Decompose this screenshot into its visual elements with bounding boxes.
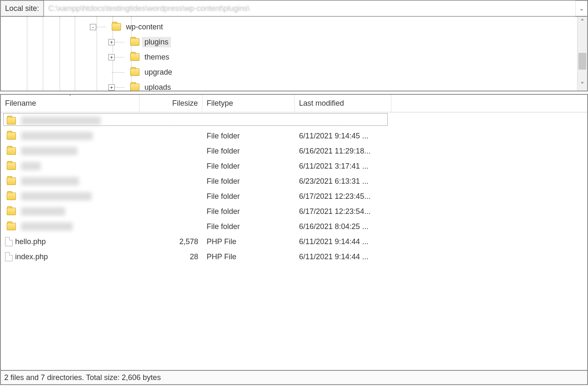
file-row[interactable]: bFile folder6/11/2021 3:17:41 ... [1,159,587,174]
file-name: index.php [15,253,48,261]
file-type: File folder [202,222,295,231]
file-name: f [21,192,92,201]
tree-item-label: plugins [142,37,171,47]
file-modified: 6/17/2021 12:23:45... [295,192,391,201]
file-type: PHP File [202,237,295,246]
directory-tree-panel: -wp-content+plugins+themesupgrade+upload… [0,17,588,91]
file-row[interactable]: bFile folder6/16/2021 11:29:18... [1,143,587,159]
file-name: .. [21,117,101,125]
file-name: v [21,222,73,231]
path-bar: Local site: ⌄ [0,0,588,17]
file-row[interactable]: cFile folder6/23/2021 6:13:31 ... [1,174,587,189]
chevron-down-icon: ˅ [580,81,584,90]
file-modified: 6/11/2021 9:14:45 ... [295,132,391,141]
folder-icon [130,38,139,46]
expand-button[interactable]: + [108,39,115,45]
tree-row[interactable]: upgrade [1,65,577,80]
column-header-filename[interactable]: Filename ˄ [1,95,139,112]
chevron-up-icon: ˄ [580,18,584,27]
tree-row[interactable]: -wp-content [1,19,577,34]
folder-icon [7,117,16,125]
folder-icon [7,193,16,200]
file-name: hello.php [15,237,46,246]
file-row[interactable]: vFile folder6/16/2021 8:04:25 ... [1,219,587,234]
file-name: b [21,147,77,155]
folder-icon [130,68,139,76]
tree-item-label: uploads [142,82,173,91]
tree-row[interactable]: +uploads [1,80,577,91]
file-type: PHP File [202,253,295,261]
file-modified: 6/11/2021 3:17:41 ... [295,162,391,171]
scroll-down-button[interactable]: ˅ [578,80,587,91]
scroll-track[interactable] [578,28,587,80]
folder-icon [7,147,16,155]
folder-icon [7,132,16,140]
tree-item-label: themes [142,52,172,62]
file-row[interactable]: aFile folder6/11/2021 9:14:45 ... [1,128,587,143]
status-text: 2 files and 7 directories. Total size: 2… [4,373,161,382]
scroll-thumb[interactable] [578,53,586,70]
folder-icon [7,208,16,215]
file-row[interactable]: hello.php2,578PHP File6/11/2021 9:14:44 … [1,234,587,249]
folder-icon [130,83,139,91]
file-modified: 6/16/2021 8:04:25 ... [295,222,391,231]
file-type: File folder [202,132,295,141]
file-type: File folder [202,177,295,186]
file-type: File folder [202,207,295,216]
file-list-body[interactable]: ..aFile folder6/11/2021 9:14:45 ...bFile… [1,112,587,370]
file-size: 2,578 [139,237,202,246]
chevron-down-icon: ⌄ [579,5,584,12]
file-icon [5,252,13,261]
expand-button[interactable]: + [108,54,115,60]
directory-tree[interactable]: -wp-content+plugins+themesupgrade+upload… [1,17,577,91]
path-bar-label: Local site: [1,1,44,16]
file-type: File folder [202,162,295,171]
file-type: File folder [202,147,295,156]
tree-item-label: wp-content [123,22,165,32]
tree-item-label: upgrade [142,67,175,78]
folder-icon [7,177,16,185]
file-icon [5,237,13,246]
column-header-filesize[interactable]: Filesize [139,95,202,112]
file-row[interactable]: index.php28PHP File6/11/2021 9:14:44 ... [1,249,587,264]
folder-icon [7,162,16,170]
file-row[interactable]: fFile folder6/17/2021 12:23:54... [1,204,587,219]
file-name: c [21,177,79,185]
tree-row[interactable]: +plugins [1,34,577,49]
status-bar: 2 files and 7 directories. Total size: 2… [0,371,588,385]
folder-icon [7,223,16,230]
file-name: b [21,162,41,170]
file-list-header: Filename ˄ Filesize Filetype Last modifi… [1,95,587,112]
scroll-up-button[interactable]: ˄ [578,17,587,28]
file-modified: 6/16/2021 11:29:18... [295,147,391,156]
file-row[interactable]: fFile folder6/17/2021 12:23:45... [1,189,587,204]
path-dropdown-button[interactable]: ⌄ [575,1,587,16]
folder-icon [112,23,121,31]
expand-button[interactable]: + [108,84,115,91]
column-header-modified[interactable]: Last modified [295,95,391,112]
tree-scrollbar[interactable]: ˄ ˅ [577,17,587,91]
file-modified: 6/23/2021 6:13:31 ... [295,177,391,186]
column-header-label: Filesize [172,99,198,108]
file-modified: 6/11/2021 9:14:44 ... [295,253,391,261]
path-input[interactable] [44,1,575,16]
file-modified: 6/11/2021 9:14:44 ... [295,237,391,246]
sort-ascending-icon: ˄ [69,94,71,100]
file-name: f [21,207,65,216]
file-name: a [21,132,93,140]
collapse-button[interactable]: - [90,24,96,30]
file-row[interactable]: .. [1,113,587,128]
tree-row[interactable]: +themes [1,49,577,65]
column-header-filetype[interactable]: Filetype [202,95,295,112]
file-modified: 6/17/2021 12:23:54... [295,207,391,216]
file-type: File folder [202,192,295,201]
file-size: 28 [139,253,202,261]
column-header-label: Filetype [207,99,233,108]
column-header-label: Last modified [299,99,344,108]
file-list-panel: Filename ˄ Filesize Filetype Last modifi… [0,94,588,371]
column-header-label: Filename [5,99,36,108]
folder-icon [130,53,139,61]
